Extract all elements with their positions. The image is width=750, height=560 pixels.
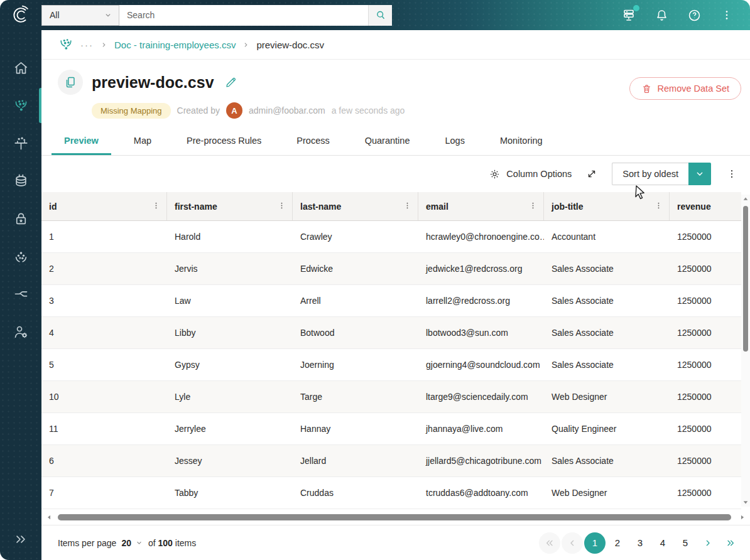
search-scope-select[interactable]: All <box>41 5 119 26</box>
column-header-job-title: job-title <box>544 192 670 220</box>
chevron-down-icon <box>135 539 143 547</box>
table-cell: ltarge9@sciencedaily.com <box>418 381 544 412</box>
table-cell: Cruddas <box>293 477 418 509</box>
remove-data-set-label: Remove Data Set <box>658 83 729 94</box>
sidebar-item-streams[interactable] <box>0 275 41 313</box>
sort-dropdown-chevron[interactable] <box>688 163 711 185</box>
horizontal-scrollbar[interactable] <box>41 509 750 525</box>
items-per-page-select[interactable]: 20 <box>121 538 143 548</box>
sidebar-item-home[interactable] <box>0 49 41 87</box>
governance-icon <box>13 210 30 227</box>
page-button-4[interactable]: 4 <box>652 532 673 554</box>
management-icon <box>13 248 30 265</box>
table-cell: Sales Associate <box>544 317 670 348</box>
breadcrumb-parent-link[interactable]: Doc - training-employees.csv <box>114 40 236 50</box>
breadcrumb-ellipsis[interactable]: ··· <box>80 40 94 50</box>
prev-page-button[interactable] <box>562 532 583 554</box>
items-per-page-value: 20 <box>121 538 131 548</box>
scroll-left-arrow[interactable] <box>44 512 54 522</box>
table-cell: 7 <box>41 477 167 509</box>
of-label: of <box>148 538 156 548</box>
items-total: of 100 items <box>148 538 196 548</box>
scroll-right-arrow[interactable] <box>737 512 747 522</box>
column-options-button[interactable]: Column Options <box>489 168 572 180</box>
chevron-left-icon <box>567 538 577 548</box>
next-page-button[interactable] <box>697 532 719 554</box>
column-menu-icon[interactable] <box>653 200 664 213</box>
double-chevron-right-icon <box>726 538 736 548</box>
sidebar-item-management[interactable] <box>0 237 41 275</box>
table-cell: 1250000 <box>670 413 741 444</box>
table-cell: 1250000 <box>670 349 741 380</box>
search-button[interactable] <box>368 5 392 26</box>
table-cell: 6 <box>41 445 167 477</box>
table-cell: Targe <box>293 381 418 412</box>
table-cell: jjellard5@chicagotribune.com <box>418 445 544 477</box>
vertical-scrollbar-thumb[interactable] <box>743 206 748 352</box>
expand-icon <box>13 531 29 547</box>
table-cell: Sales Associate <box>544 285 670 316</box>
first-page-button[interactable] <box>539 532 560 554</box>
remove-data-set-button[interactable]: Remove Data Set <box>629 77 741 100</box>
cluedin-logo-icon <box>10 4 31 26</box>
page-button-3[interactable]: 3 <box>629 532 651 554</box>
more-menu-icon[interactable] <box>719 7 735 23</box>
tab-preview[interactable]: Preview <box>46 126 116 155</box>
bell-icon[interactable] <box>653 7 670 23</box>
table-row: 10LyleTargeltarge9@sciencedaily.comWeb D… <box>41 381 741 413</box>
tab-map[interactable]: Map <box>116 126 169 155</box>
sidebar-item-administration[interactable] <box>0 313 41 350</box>
scroll-down-arrow[interactable] <box>741 498 750 507</box>
notification-badge <box>633 5 639 11</box>
tab-logs[interactable]: Logs <box>427 126 482 155</box>
edit-title-icon[interactable] <box>224 76 237 89</box>
avatar: A <box>226 102 242 119</box>
column-menu-icon[interactable] <box>528 200 538 213</box>
column-menu-icon[interactable] <box>276 200 287 213</box>
column-menu-icon[interactable] <box>402 200 413 213</box>
table-cell: Botwood <box>293 317 418 348</box>
page-button-2[interactable]: 2 <box>607 532 628 554</box>
table-more-menu-icon[interactable] <box>724 168 740 180</box>
table-cell: Lyle <box>167 381 293 412</box>
app-window: All <box>0 0 750 560</box>
last-page-button[interactable] <box>720 532 741 554</box>
sidebar-item-governance[interactable] <box>0 200 41 237</box>
table-cell: jedwicke1@redcross.org <box>418 253 544 284</box>
column-menu-icon[interactable] <box>151 200 161 213</box>
table-cell: Gypsy <box>167 349 293 380</box>
expand-table-icon[interactable] <box>585 168 598 180</box>
page-button-1[interactable]: 1 <box>584 532 606 554</box>
tab-monitoring[interactable]: Monitoring <box>482 126 560 155</box>
table-cell: Hannay <box>293 413 418 444</box>
column-header-id: id <box>41 192 167 220</box>
sidebar-item-data-sources[interactable] <box>0 87 41 124</box>
table-cell: Jervis <box>167 253 293 284</box>
tab-process[interactable]: Process <box>279 126 347 155</box>
sort-dropdown[interactable]: Sort by oldest <box>612 163 711 185</box>
server-status-icon[interactable] <box>621 7 637 23</box>
enrichment-icon <box>13 135 30 152</box>
table-cell: Jessey <box>167 445 293 477</box>
tab-quarantine[interactable]: Quarantine <box>347 126 428 155</box>
topbar: All <box>0 0 750 30</box>
table-cell: Arrell <box>293 285 418 316</box>
table-row: 4LibbyBotwoodlbotwood3@sun.comSales Asso… <box>41 317 741 349</box>
column-header-last-name: last-name <box>293 192 418 220</box>
cluedin-logo[interactable] <box>0 4 41 26</box>
status-badge: Missing Mapping <box>92 103 171 119</box>
page-button-5[interactable]: 5 <box>675 532 696 554</box>
vertical-scrollbar[interactable] <box>741 195 750 507</box>
sidebar-expand-button[interactable] <box>13 531 29 550</box>
sidebar-item-data-catalog[interactable] <box>0 162 41 200</box>
tab-pre-process-rules[interactable]: Pre-process Rules <box>169 126 279 155</box>
sidebar-item-enrichment[interactable] <box>0 124 41 162</box>
help-icon[interactable] <box>686 7 702 23</box>
search-icon <box>374 9 387 21</box>
page-title: preview-doc.csv <box>92 73 214 92</box>
search-input[interactable] <box>119 5 368 26</box>
horizontal-scrollbar-track[interactable] <box>54 513 737 522</box>
gear-icon <box>489 168 501 180</box>
scroll-up-arrow[interactable] <box>741 195 750 203</box>
horizontal-scrollbar-thumb[interactable] <box>58 514 731 520</box>
